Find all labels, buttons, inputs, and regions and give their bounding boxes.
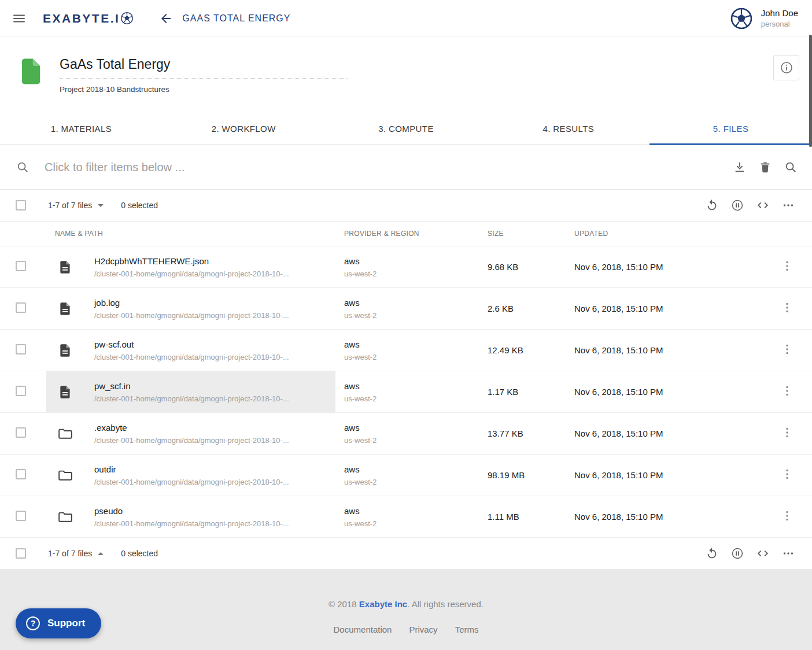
brand-text: EXABYTE.I [43, 12, 120, 25]
file-name[interactable]: pw-scf.out [94, 339, 289, 349]
company-link[interactable]: Exabyte Inc [359, 599, 407, 609]
file-name[interactable]: job.log [94, 298, 289, 308]
provider-cell: awsus-west-2 [335, 256, 480, 278]
table-row[interactable]: job.log/cluster-001-home/gmogni/data/gmo… [0, 288, 812, 330]
file-name[interactable]: pw_scf.in [94, 381, 289, 391]
row-checkbox[interactable] [16, 469, 26, 479]
support-button[interactable]: ? Support [16, 608, 101, 638]
menu-cell [762, 467, 812, 483]
table-row[interactable]: .exabyte/cluster-001-home/gmogni/data/gm… [0, 413, 812, 455]
user-menu[interactable]: John Doe personal [730, 7, 798, 30]
table-row[interactable]: H2dcpbhWhTTEHERWE.json/cluster-001-home/… [0, 246, 812, 288]
pause-button[interactable] [731, 547, 744, 560]
delete-button[interactable] [759, 161, 772, 173]
row-checkbox[interactable] [16, 261, 26, 271]
filter-input[interactable] [45, 161, 733, 174]
more-options-button[interactable] [782, 547, 795, 560]
select-all-checkbox[interactable] [16, 548, 26, 559]
pagination-count[interactable]: 1-7 of 7 files [48, 201, 104, 210]
menu-cell [762, 509, 812, 525]
row-checkbox[interactable] [16, 302, 26, 313]
region: us-west-2 [344, 311, 480, 320]
column-header-size[interactable]: SIZE [480, 230, 567, 238]
footer-link-terms[interactable]: Terms [455, 625, 479, 634]
row-menu-button[interactable] [779, 342, 795, 359]
row-menu-button[interactable] [779, 384, 795, 400]
selected-label: 0 selected [121, 201, 158, 210]
tab-files[interactable]: 5. FILES [649, 113, 812, 145]
caret-up-icon [98, 552, 104, 555]
row-menu-button[interactable] [779, 509, 795, 525]
column-header-provider-region[interactable]: PROVIDER & REGION [335, 230, 480, 238]
provider: aws [344, 423, 480, 433]
pause-circle-icon [731, 547, 744, 560]
row-checkbox[interactable] [16, 427, 26, 438]
row-checkbox[interactable] [16, 386, 26, 396]
pause-button[interactable] [731, 199, 744, 212]
job-document-icon [19, 58, 41, 85]
folder-name[interactable]: outdir [94, 464, 289, 474]
region: us-west-2 [344, 478, 480, 486]
topbar: EXABYTE.I GAAS TOTAL ENERGY John Doe per… [0, 0, 812, 37]
user-texts: John Doe personal [761, 8, 798, 28]
row-menu-button[interactable] [779, 426, 795, 442]
info-icon [780, 61, 793, 75]
provider-cell: awsus-west-2 [335, 381, 480, 403]
folder-path: /cluster-001-home/gmogni/data/gmogni-pro… [94, 436, 289, 445]
page-title: GAAS TOTAL ENERGY [182, 13, 290, 24]
pagination-count[interactable]: 1-7 of 7 files [48, 549, 104, 558]
refresh-button[interactable] [706, 199, 718, 212]
search-button[interactable] [784, 161, 797, 173]
folder-icon [58, 426, 73, 441]
row-checkbox[interactable] [16, 344, 26, 354]
file-name[interactable]: H2dcpbhWhTTEHERWE.json [94, 256, 289, 266]
code-view-button[interactable] [756, 547, 769, 560]
more-options-button[interactable] [782, 199, 795, 212]
tab-workflow[interactable]: 2. WORKFLOW [163, 113, 325, 145]
copyright: © 2018 Exabyte Inc. All rights reserved. [0, 599, 812, 609]
tab-materials[interactable]: 1. MATERIALS [0, 113, 163, 145]
scrollbar-thumb[interactable] [809, 35, 812, 147]
user-scope: personal [761, 20, 798, 28]
code-view-button[interactable] [756, 199, 769, 212]
select-all-checkbox[interactable] [16, 200, 26, 210]
provider-cell: awsus-west-2 [335, 423, 480, 445]
name-path-cell-highlighted: pw_scf.in/cluster-001-home/gmogni/data/g… [46, 371, 335, 412]
tab-results[interactable]: 4. RESULTS [487, 113, 649, 145]
folder-name[interactable]: .exabyte [94, 423, 289, 433]
table-row[interactable]: pseudo/cluster-001-home/gmogni/data/gmog… [0, 496, 812, 538]
exabyte-files-page: EXABYTE.I GAAS TOTAL ENERGY John Doe per… [0, 0, 812, 650]
hamburger-menu-button[interactable] [12, 11, 27, 26]
table-row[interactable]: pw_scf.in/cluster-001-home/gmogni/data/g… [0, 371, 812, 413]
refresh-button[interactable] [706, 547, 718, 560]
checkbox-cell [0, 261, 46, 274]
replay-icon [706, 547, 718, 560]
filter-bar [0, 145, 812, 190]
back-button[interactable] [159, 12, 173, 25]
file-icon [58, 301, 73, 316]
row-menu-button[interactable] [779, 301, 795, 317]
column-header-updated[interactable]: UPDATED [567, 230, 762, 238]
row-menu-button[interactable] [779, 259, 795, 275]
download-button[interactable] [733, 161, 746, 173]
footer: © 2018 Exabyte Inc. All rights reserved.… [0, 569, 812, 650]
folder-updated: Nov 6, 2018, 15:10 PM [567, 470, 762, 480]
code-icon [756, 547, 769, 560]
footer-link-privacy[interactable]: Privacy [409, 625, 437, 634]
job-head-texts: GaAs Total Energy Project 2018-10 Bandst… [60, 54, 348, 113]
file-path: /cluster-001-home/gmogni/data/gmogni-pro… [94, 269, 289, 278]
menu-cell [762, 342, 812, 359]
tab-compute[interactable]: 3. COMPUTE [325, 113, 488, 145]
table-controls-top: 1-7 of 7 files 0 selected [0, 190, 812, 221]
file-icon [58, 385, 73, 400]
info-button[interactable] [773, 55, 799, 80]
table-row[interactable]: outdir/cluster-001-home/gmogni/data/gmog… [0, 455, 812, 496]
table-row[interactable]: pw-scf.out/cluster-001-home/gmogni/data/… [0, 330, 812, 371]
brand-logo[interactable]: EXABYTE.I [43, 12, 134, 25]
footer-link-documentation[interactable]: Documentation [334, 625, 392, 634]
row-menu-button[interactable] [779, 467, 795, 483]
column-header-name-path[interactable]: NAME & PATH [46, 230, 335, 238]
row-checkbox[interactable] [16, 511, 26, 521]
folder-name[interactable]: pseudo [94, 506, 289, 516]
more-vert-icon [780, 509, 794, 523]
